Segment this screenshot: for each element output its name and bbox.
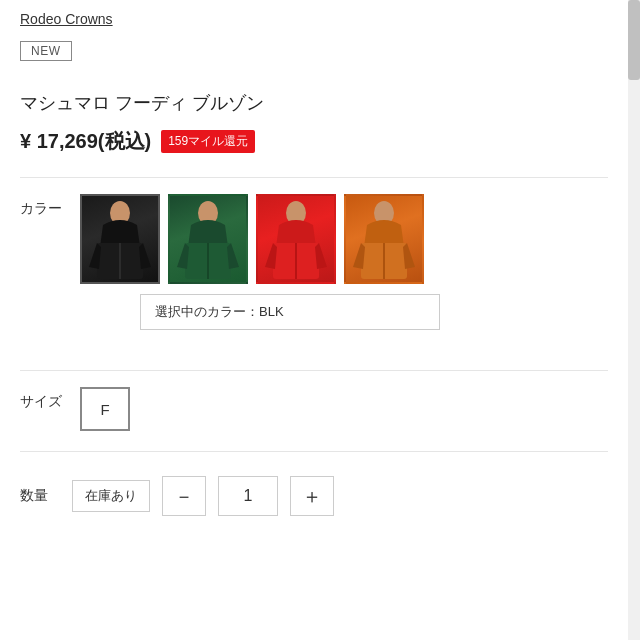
stock-badge: 在庫あり [72,480,150,512]
color-swatch-orn[interactable] [344,194,424,284]
size-option-f[interactable]: F [80,387,130,431]
product-page: Rodeo Crowns NEW マシュマロ フーディ ブルゾン ¥ 17,26… [0,0,640,640]
scrollbar-track [628,0,640,640]
jacket-shape-blk [82,196,158,282]
jacket-shape-red [258,196,334,282]
divider-1 [20,177,608,178]
color-swatches [80,194,424,284]
selected-color-container: 選択中のカラー：BLK [80,294,608,350]
jacket-shape-orn [346,196,422,282]
jacket-svg-grn [173,197,243,282]
selected-color-prefix: 選択中のカラー： [155,304,259,319]
quantity-section: 数量 在庫あり － 1 ＋ [20,476,608,516]
new-badge: NEW [20,41,72,61]
jacket-svg-orn [349,197,419,282]
size-label: サイズ [20,387,80,411]
scrollbar-thumb[interactable] [628,0,640,80]
color-swatch-red[interactable] [256,194,336,284]
size-section: サイズ F [20,387,608,431]
selected-color-box: 選択中のカラー：BLK [140,294,440,330]
selected-color-value: BLK [259,304,284,319]
divider-2 [20,370,608,371]
divider-3 [20,451,608,452]
color-label: カラー [20,194,80,218]
quantity-display: 1 [218,476,278,516]
color-swatch-blk[interactable] [80,194,160,284]
price-row: ¥ 17,269(税込) 159マイル還元 [20,128,608,155]
color-section: カラー [20,194,608,284]
product-title: マシュマロ フーディ ブルゾン [20,91,608,116]
quantity-minus-button[interactable]: － [162,476,206,516]
color-swatch-grn[interactable] [168,194,248,284]
size-options: F [80,387,130,431]
mile-back-badge: 159マイル還元 [161,130,255,153]
jacket-svg-blk [85,197,155,282]
quantity-label: 数量 [20,487,60,505]
jacket-shape-grn [170,196,246,282]
product-price: ¥ 17,269(税込) [20,128,151,155]
jacket-svg-red [261,197,331,282]
quantity-plus-button[interactable]: ＋ [290,476,334,516]
brand-link[interactable]: Rodeo Crowns [20,11,113,27]
